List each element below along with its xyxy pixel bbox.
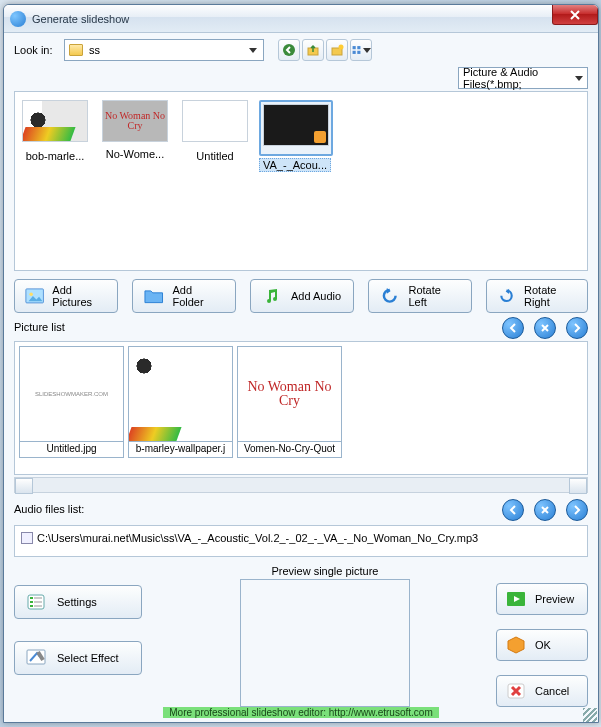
lookin-value: ss — [89, 44, 100, 56]
generate-slideshow-window: Generate slideshow Look in: ss Picture &… — [3, 4, 599, 723]
nav-up-button[interactable] — [302, 39, 324, 61]
cancel-button[interactable]: Cancel — [496, 675, 588, 707]
picture-thumbnail — [129, 347, 232, 441]
music-icon — [261, 287, 283, 305]
svg-rect-15 — [34, 601, 42, 603]
ok-icon — [505, 635, 527, 655]
button-label: Settings — [57, 596, 97, 608]
svg-rect-4 — [353, 46, 356, 49]
nav-newfolder-button[interactable] — [326, 39, 348, 61]
bottom-panel: Settings Select Effect Preview single pi… — [14, 565, 588, 707]
select-effect-button[interactable]: Select Effect — [14, 641, 142, 675]
effect-icon — [25, 648, 47, 668]
audiolist-next-button[interactable] — [566, 499, 588, 521]
piclist-remove-button[interactable] — [534, 317, 556, 339]
settings-icon — [25, 592, 47, 612]
dialog-body: Look in: ss Picture & Audio Files(*.bmp; — [4, 33, 598, 722]
picture-list[interactable]: SLIDESHOWMAKER.COM Untitled.jpg b-marley… — [14, 341, 588, 475]
file-item-selected[interactable]: VA_-_Acou... — [259, 100, 331, 172]
app-icon — [10, 11, 26, 27]
nav-back-button[interactable] — [278, 39, 300, 61]
thumbnail: No Woman No Cry — [102, 100, 168, 142]
audio-file-icon — [21, 532, 33, 544]
filetype-filter-combo[interactable]: Picture & Audio Files(*.bmp; — [458, 67, 588, 89]
button-label: Cancel — [535, 685, 569, 697]
close-button[interactable] — [552, 5, 598, 25]
picture-item[interactable]: b-marley-wallpaper.j — [128, 346, 233, 458]
file-name: bob-marle... — [19, 150, 91, 162]
lookin-combo[interactable]: ss — [64, 39, 264, 61]
add-folder-button[interactable]: Add Folder — [132, 279, 236, 313]
folder-up-icon — [306, 43, 320, 57]
picture-item[interactable]: No Woman No Cry Vomen-No-Cry-Quot — [237, 346, 342, 458]
preview-button[interactable]: Preview — [496, 583, 588, 615]
rotate-right-icon — [497, 287, 516, 305]
picture-list-scrollbar[interactable] — [14, 477, 588, 493]
button-label: Rotate Right — [524, 284, 577, 308]
svg-point-3 — [339, 45, 344, 50]
button-label: Select Effect — [57, 652, 119, 664]
add-audio-button[interactable]: Add Audio — [250, 279, 354, 313]
titlebar: Generate slideshow — [4, 5, 598, 33]
x-icon — [539, 504, 551, 516]
pictures-icon — [25, 287, 44, 305]
file-item[interactable]: bob-marle... — [19, 100, 91, 162]
view-mode-icon — [351, 43, 362, 57]
chevron-down-icon — [575, 76, 583, 81]
file-item[interactable]: No Woman No Cry No-Wome... — [99, 100, 171, 160]
button-label: Add Pictures — [52, 284, 107, 308]
arrow-left-icon — [507, 504, 519, 516]
picture-name: Untitled.jpg — [20, 441, 123, 457]
piclist-next-button[interactable] — [566, 317, 588, 339]
picture-list-controls — [14, 317, 588, 339]
file-item[interactable]: Untitled — [179, 100, 251, 162]
piclist-prev-button[interactable] — [502, 317, 524, 339]
audio-path: C:\Users\murai.net\Music\ss\VA_-_Acousti… — [37, 532, 478, 544]
svg-rect-6 — [353, 51, 356, 54]
preview-icon — [505, 589, 527, 609]
nav-viewmode-button[interactable] — [350, 39, 372, 61]
picture-name: b-marley-wallpaper.j — [129, 441, 232, 457]
svg-rect-13 — [30, 605, 33, 607]
file-browser[interactable]: bob-marle... No Woman No Cry No-Wome... … — [14, 91, 588, 271]
svg-rect-14 — [34, 597, 42, 599]
bottom-left-buttons: Settings Select Effect — [14, 565, 174, 707]
button-label: Rotate Left — [408, 284, 461, 308]
ok-button[interactable]: OK — [496, 629, 588, 661]
arrow-right-icon — [571, 322, 583, 334]
settings-button[interactable]: Settings — [14, 585, 142, 619]
audio-item[interactable]: C:\Users\murai.net\Music\ss\VA_-_Acousti… — [21, 532, 581, 544]
svg-rect-5 — [357, 46, 360, 49]
lookin-dropdown-arrow[interactable] — [245, 41, 261, 59]
preview-label: Preview single picture — [184, 565, 466, 577]
rotate-right-button[interactable]: Rotate Right — [486, 279, 588, 313]
nav-toolbar — [278, 39, 372, 61]
filter-row: Picture & Audio Files(*.bmp; — [14, 67, 588, 89]
audiolist-prev-button[interactable] — [502, 499, 524, 521]
button-label: Add Folder — [172, 284, 225, 308]
audiolist-remove-button[interactable] — [534, 499, 556, 521]
audio-files-list[interactable]: C:\Users\murai.net\Music\ss\VA_-_Acousti… — [14, 525, 588, 557]
cancel-icon — [505, 681, 527, 701]
new-folder-icon — [330, 43, 344, 57]
rotate-left-icon — [379, 287, 400, 305]
file-name: No-Wome... — [99, 148, 171, 160]
folder-icon — [143, 287, 164, 305]
svg-rect-16 — [34, 605, 42, 607]
lookin-label: Look in: — [14, 44, 58, 56]
button-label: Add Audio — [291, 290, 341, 302]
picture-item[interactable]: SLIDESHOWMAKER.COM Untitled.jpg — [19, 346, 124, 458]
chevron-down-icon — [363, 48, 371, 53]
file-name: VA_-_Acou... — [259, 158, 331, 172]
footer-link[interactable]: More professional slideshow editor: http… — [163, 707, 438, 718]
x-icon — [539, 322, 551, 334]
picture-name: Vomen-No-Cry-Quot — [238, 441, 341, 457]
lookin-row: Look in: ss — [14, 39, 588, 61]
svg-point-9 — [29, 292, 33, 296]
button-label: OK — [535, 639, 551, 651]
rotate-left-button[interactable]: Rotate Left — [368, 279, 472, 313]
resize-grip[interactable] — [583, 708, 597, 722]
add-pictures-button[interactable]: Add Pictures — [14, 279, 118, 313]
picture-thumbnail: SLIDESHOWMAKER.COM — [20, 347, 123, 441]
folder-icon — [69, 44, 83, 56]
